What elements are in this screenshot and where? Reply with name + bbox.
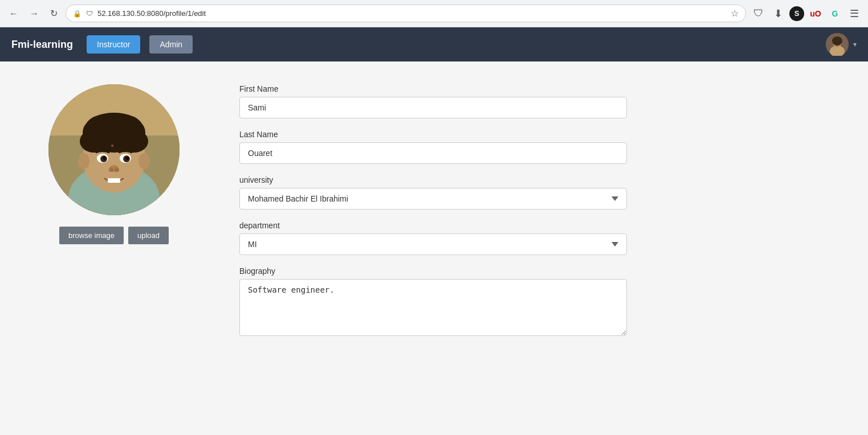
toolbar-icons: 🛡 ⬇ S uO G ☰ — [751, 6, 862, 22]
address-bar[interactable]: 🔒 🛡 52.168.130.50:8080/profile/1/edit ☆ — [66, 5, 746, 22]
back-button[interactable]: ← — [6, 6, 22, 21]
page-content: browse image upload First Name Last Name… — [0, 61, 868, 435]
biography-textarea[interactable]: Software engineer. — [239, 279, 627, 336]
lock-icon: 🔒 — [73, 10, 81, 18]
svg-point-5 — [838, 42, 840, 44]
download-icon[interactable]: ⬇ — [770, 6, 786, 22]
svg-point-3 — [832, 36, 842, 46]
university-label: university — [239, 175, 627, 184]
upload-button[interactable]: upload — [128, 227, 169, 244]
svg-point-22 — [103, 157, 106, 160]
university-select[interactable]: Mohamed Bachir El Ibrahimi — [239, 188, 627, 210]
user-menu[interactable]: ▾ — [826, 33, 857, 56]
first-name-group: First Name — [239, 84, 627, 118]
pocket-icon[interactable]: 🛡 — [751, 6, 767, 22]
browser-menu-button[interactable]: ☰ — [846, 6, 862, 22]
university-group: university Mohamed Bachir El Ibrahimi — [239, 175, 627, 210]
svg-point-16 — [78, 153, 89, 169]
svg-point-15 — [85, 113, 142, 141]
last-name-label: Last Name — [239, 130, 627, 139]
svg-point-23 — [125, 157, 129, 160]
brand-name: Fmi-learning — [11, 39, 73, 51]
forward-button[interactable]: → — [26, 6, 42, 21]
dropdown-arrow: ▾ — [853, 40, 857, 48]
url-text: 52.168.130.50:8080/profile/1/edit — [97, 9, 724, 18]
biography-group: Biography Software engineer. — [239, 266, 627, 336]
s-extension-icon[interactable]: S — [789, 6, 804, 21]
first-name-label: First Name — [239, 84, 627, 93]
svg-point-26 — [115, 167, 119, 172]
shield-icon-small: 🛡 — [86, 10, 93, 18]
left-panel: browse image upload — [34, 84, 194, 412]
svg-point-4 — [834, 42, 837, 44]
last-name-group: Last Name — [239, 130, 627, 164]
svg-point-28 — [111, 145, 113, 147]
svg-rect-27 — [108, 178, 120, 183]
svg-point-17 — [138, 153, 150, 169]
bookmark-icon[interactable]: ☆ — [731, 8, 739, 19]
admin-nav-button[interactable]: Admin — [149, 35, 193, 54]
grammarly-icon[interactable]: G — [827, 6, 843, 22]
department-label: department — [239, 221, 627, 230]
last-name-input[interactable] — [239, 142, 627, 164]
browser-chrome: ← → ↻ 🔒 🛡 52.168.130.50:8080/profile/1/e… — [0, 0, 868, 27]
department-group: department MI — [239, 221, 627, 255]
right-panel: First Name Last Name university Mohamed … — [239, 84, 627, 412]
browse-image-button[interactable]: browse image — [59, 227, 124, 244]
navbar: Fmi-learning Instructor Admin ▾ — [0, 27, 868, 61]
avatar[interactable] — [826, 33, 849, 56]
first-name-input[interactable] — [239, 97, 627, 118]
department-select[interactable]: MI — [239, 233, 627, 255]
svg-point-25 — [109, 167, 113, 172]
ublock-icon[interactable]: uO — [808, 6, 824, 22]
profile-avatar — [48, 84, 180, 215]
instructor-nav-button[interactable]: Instructor — [87, 35, 140, 54]
refresh-button[interactable]: ↻ — [47, 6, 61, 21]
image-buttons: browse image upload — [59, 227, 169, 244]
biography-label: Biography — [239, 266, 627, 276]
